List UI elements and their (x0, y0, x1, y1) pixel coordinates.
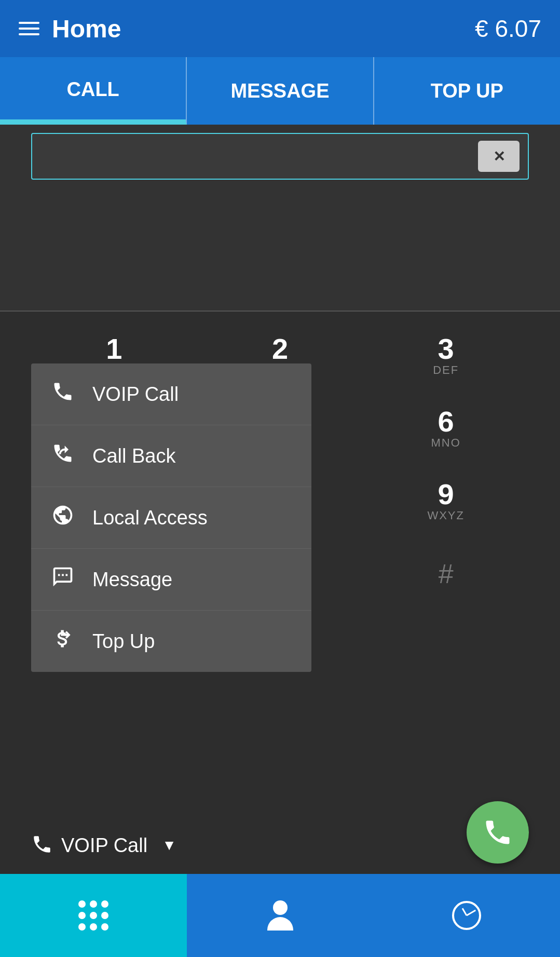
backspace-icon: ✕ (493, 148, 505, 165)
dropdown-item-message[interactable]: Message (31, 549, 311, 611)
dropdown-item-top-up[interactable]: Top Up (31, 611, 311, 672)
message-icon (50, 565, 76, 594)
call-type-arrow-icon: ▼ (162, 837, 176, 854)
dropdown-item-voip-call[interactable]: VOIP Call (31, 363, 311, 425)
dropdown-label-local-access: Local Access (92, 507, 208, 529)
call-button[interactable] (467, 801, 529, 864)
nav-dialpad[interactable] (0, 874, 187, 957)
tab-call[interactable]: CALL (0, 57, 187, 125)
history-icon (452, 901, 481, 930)
callback-icon (50, 442, 76, 470)
page-title: Home (52, 15, 121, 43)
dropdown-label-call-back: Call Back (92, 445, 176, 467)
tab-topup[interactable]: TOP UP (374, 57, 560, 125)
phone-icon (50, 380, 76, 408)
menu-button[interactable] (19, 22, 39, 35)
dropdown-label-voip-call: VOIP Call (92, 383, 179, 406)
globe-icon (50, 504, 76, 532)
dial-empty-area (31, 186, 529, 311)
tab-bar: CALL MESSAGE TOP UP (0, 57, 560, 125)
header-left: Home (19, 15, 121, 43)
call-type-dropdown: VOIP Call Call Back Local Access Message (31, 363, 311, 672)
phone-input[interactable] (40, 145, 478, 167)
topup-icon (50, 627, 76, 655)
dropdown-label-message: Message (92, 569, 172, 591)
tab-message[interactable]: MESSAGE (187, 57, 374, 125)
dropdown-label-top-up: Top Up (92, 630, 155, 653)
contacts-icon (267, 900, 293, 931)
call-type-phone-icon (31, 833, 53, 857)
nav-history[interactable] (373, 874, 560, 957)
call-phone-icon (482, 817, 513, 848)
call-type-label: VOIP Call (61, 834, 147, 857)
backspace-button[interactable]: ✕ (478, 141, 520, 172)
call-type-selector[interactable]: VOIP Call ▼ (31, 833, 176, 857)
nav-contacts[interactable] (187, 874, 374, 957)
dropdown-item-call-back[interactable]: Call Back (31, 425, 311, 487)
header: Home € 6.07 (0, 0, 560, 57)
bottom-nav (0, 874, 560, 957)
balance-display: € 6.07 (475, 15, 541, 43)
dropdown-item-local-access[interactable]: Local Access (31, 487, 311, 549)
key-6[interactable]: 6 MNO (363, 395, 529, 462)
dial-area: ✕ (0, 125, 560, 312)
key-3[interactable]: 3 DEF (363, 322, 529, 389)
key-hash[interactable]: # (363, 540, 529, 608)
dial-input-row: ✕ (31, 133, 529, 180)
key-9[interactable]: 9 WXYZ (363, 467, 529, 535)
dialpad-icon (78, 900, 108, 931)
